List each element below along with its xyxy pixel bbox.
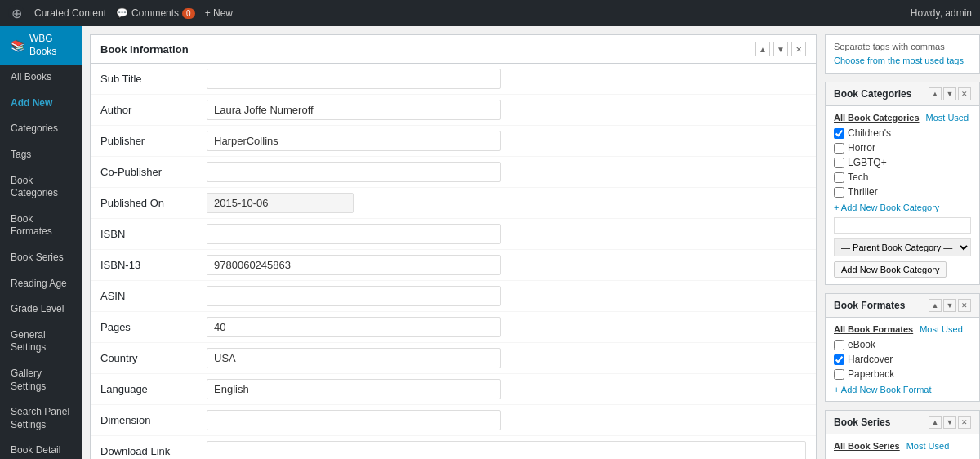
sidebar-item-reading-age[interactable]: Reading Age <box>0 271 82 297</box>
published-on-row: Published On <box>91 188 816 219</box>
tab-most-used-formats[interactable]: Most Used <box>920 324 963 334</box>
category-thriller-label: Thriller <box>848 186 878 198</box>
sidebar-item-book-detail-settings[interactable]: Book Detail Settings <box>0 438 82 459</box>
format-paperback-label: Paperback <box>848 368 894 380</box>
tab-most-used-series[interactable]: Most Used <box>906 441 950 451</box>
book-formats-up-btn[interactable]: ▲ <box>929 299 942 312</box>
author-control <box>207 100 806 120</box>
book-formats-controls: ▲ ▼ ✕ <box>929 299 971 312</box>
wbg-books-icon: 📚 <box>11 38 24 53</box>
copublisher-input[interactable] <box>207 162 501 182</box>
book-categories-down-btn[interactable]: ▼ <box>943 87 956 100</box>
book-category-search-input[interactable] <box>834 217 971 234</box>
published-on-control <box>207 193 806 213</box>
sidebar-item-label: Book Series <box>11 252 64 265</box>
language-input[interactable] <box>207 379 501 399</box>
book-series-up-btn[interactable]: ▲ <box>929 416 942 429</box>
sidebar-item-book-series[interactable]: Book Series <box>0 245 82 271</box>
sidebar-item-all-books[interactable]: All Books <box>0 65 82 91</box>
book-categories-metabox: Book Categories ▲ ▼ ✕ All Book Categorie… <box>825 82 980 285</box>
format-paperback-checkbox[interactable] <box>834 369 844 380</box>
download-link-input[interactable] <box>207 441 806 459</box>
metabox-down-btn[interactable]: ▼ <box>773 42 788 56</box>
sidebar-item-search-panel-settings[interactable]: Search Panel Settings <box>0 399 82 438</box>
published-on-label: Published On <box>100 197 207 209</box>
format-ebook-checkbox[interactable] <box>834 340 844 350</box>
book-categories-list: Children's Horror LGBTQ+ Tech <box>834 127 971 198</box>
isbn13-input[interactable] <box>207 255 501 275</box>
pages-input[interactable] <box>207 317 501 337</box>
download-link-label: Download Link <box>100 445 207 457</box>
new-link[interactable]: + New <box>205 7 233 19</box>
pages-row: Pages <box>91 312 816 343</box>
book-formats-close-btn[interactable]: ✕ <box>958 299 971 312</box>
book-categories-up-btn[interactable]: ▲ <box>929 87 942 100</box>
tab-all-book-formats[interactable]: All Book Formates <box>834 324 913 334</box>
sidebar-item-book-categories[interactable]: Book Categories <box>0 168 82 207</box>
asin-input[interactable] <box>207 286 501 306</box>
sidebar-item-wbg-books[interactable]: 📚 WBG Books <box>0 26 82 65</box>
sidebar-item-label: General Settings <box>11 329 74 354</box>
published-on-input[interactable] <box>207 193 354 213</box>
asin-label: ASIN <box>100 290 207 302</box>
category-childrens-checkbox[interactable] <box>834 128 844 139</box>
subtitle-control <box>207 69 806 89</box>
copublisher-row: Co-Publisher <box>91 157 816 188</box>
wp-logo-icon[interactable]: ⊕ <box>8 5 24 21</box>
book-categories-content: All Book Categories Most Used Children's… <box>826 106 979 284</box>
comments-label: Comments <box>131 7 179 19</box>
category-childrens: Children's <box>834 127 971 139</box>
sidebar-item-label: Grade Level <box>11 303 64 316</box>
dimension-input[interactable] <box>207 410 501 430</box>
author-label: Author <box>100 104 207 116</box>
category-tech-checkbox[interactable] <box>834 172 844 183</box>
site-name[interactable]: Curated Content <box>34 7 106 19</box>
add-book-category-btn[interactable]: Add New Book Category <box>834 261 947 278</box>
book-series-header: Book Series ▲ ▼ ✕ <box>826 411 979 434</box>
metabox-controls: ▲ ▼ ✕ <box>755 42 806 56</box>
sidebar-item-label: Reading Age <box>11 278 67 291</box>
add-book-format-link[interactable]: + Add New Book Format <box>834 385 971 394</box>
parent-category-select[interactable]: — Parent Book Category — <box>834 238 971 256</box>
country-row: Country <box>91 343 816 374</box>
tab-all-book-categories[interactable]: All Book Categories <box>834 113 920 123</box>
sidebar-item-book-formates[interactable]: Book Formates <box>0 207 82 245</box>
book-series-down-btn[interactable]: ▼ <box>943 416 956 429</box>
sidebar-item-label: Book Detail Settings <box>11 444 74 459</box>
tab-most-used-categories[interactable]: Most Used <box>926 113 969 123</box>
sidebar-item-label: Categories <box>11 123 58 136</box>
category-lgbtq-checkbox[interactable] <box>834 158 844 168</box>
comments-link[interactable]: 💬 Comments 0 <box>116 7 195 19</box>
book-formats-down-btn[interactable]: ▼ <box>943 299 956 312</box>
tab-all-book-series[interactable]: All Book Series <box>834 441 900 451</box>
language-row: Language <box>91 374 816 405</box>
sidebar-item-tags[interactable]: Tags <box>0 142 82 168</box>
book-info-metabox: Book Information ▲ ▼ ✕ Sub Title <box>90 34 817 459</box>
sidebar-item-gallery-settings[interactable]: Gallery Settings <box>0 361 82 399</box>
subtitle-input[interactable] <box>207 69 501 89</box>
book-categories-close-btn[interactable]: ✕ <box>958 87 971 100</box>
metabox-close-btn[interactable]: ✕ <box>791 42 806 56</box>
sidebar-item-label: Search Panel Settings <box>11 406 74 431</box>
category-thriller-checkbox[interactable] <box>834 187 844 198</box>
metabox-up-btn[interactable]: ▲ <box>755 42 770 56</box>
sidebar-item-add-new[interactable]: Add New <box>0 91 82 117</box>
isbn-input[interactable] <box>207 224 501 244</box>
book-series-close-btn[interactable]: ✕ <box>958 416 971 429</box>
category-thriller: Thriller <box>834 186 971 198</box>
language-control <box>207 379 806 399</box>
add-book-category-link[interactable]: + Add New Book Category <box>834 203 971 212</box>
sidebar: 📚 WBG Books All Books Add New Categories… <box>0 26 82 459</box>
sidebar-item-grade-level[interactable]: Grade Level <box>0 296 82 323</box>
format-hardcover-checkbox[interactable] <box>834 354 844 365</box>
copublisher-label: Co-Publisher <box>100 166 207 178</box>
category-horror-checkbox[interactable] <box>834 143 844 154</box>
author-input[interactable] <box>207 100 501 120</box>
publisher-input[interactable] <box>207 131 501 151</box>
most-used-tags-link[interactable]: Choose from the most used tags <box>834 56 964 65</box>
book-info-header[interactable]: Book Information ▲ ▼ ✕ <box>91 35 816 64</box>
sidebar-item-general-settings[interactable]: General Settings <box>0 323 82 361</box>
country-input[interactable] <box>207 348 501 368</box>
sidebar-item-label: Book Formates <box>11 213 74 238</box>
sidebar-item-categories[interactable]: Categories <box>0 116 82 142</box>
